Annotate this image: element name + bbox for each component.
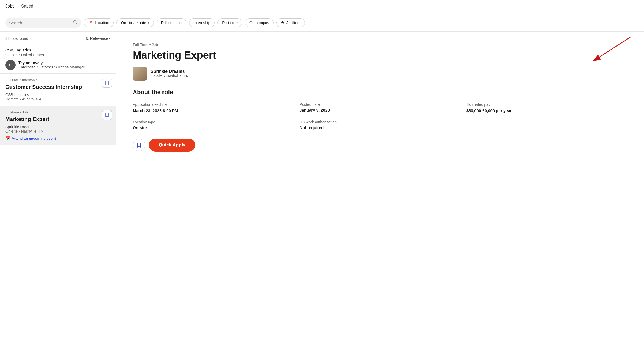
job-company-2: Sprinkle Dreams (5, 125, 111, 129)
about-role-heading: About the role (133, 89, 628, 96)
search-box (5, 18, 81, 28)
detail-field-1: Posted date January 9, 2023 (300, 102, 461, 113)
detail-field-empty (466, 120, 628, 130)
bookmark-button-1[interactable] (102, 78, 112, 88)
job-company-1: CSB Logistics (5, 93, 111, 97)
sort-icon: ⇅ (86, 36, 89, 41)
attend-event-link[interactable]: 📅 Attend an upcoming event (5, 136, 111, 140)
company-logo-image (133, 67, 147, 81)
top-nav: Jobs Saved (0, 0, 644, 14)
job-card-1[interactable]: Full-time • Internship Customer Success … (0, 74, 116, 106)
tab-saved[interactable]: Saved (21, 4, 33, 10)
job-type-1: Full-time • Internship (5, 78, 111, 82)
profile-company-location: On-site • United States (5, 53, 111, 57)
role-details-grid: Application deadline March 23, 2023 8:00… (133, 102, 628, 130)
filter-fulltime[interactable]: Full-time job (157, 18, 186, 27)
field-label-3: Location type (133, 120, 294, 124)
detail-job-title: Marketing Expert (133, 50, 628, 61)
sort-chevron-icon: ▾ (109, 37, 111, 40)
quick-apply-button[interactable]: Quick Apply (149, 139, 195, 152)
search-input[interactable] (9, 21, 71, 25)
profile-company: CSB Logistics (5, 48, 111, 52)
filter-parttime[interactable]: Part-time (217, 18, 242, 27)
filters-icon: ⚙ (281, 21, 284, 25)
field-value-4: Not required (300, 125, 461, 130)
detail-field-0: Application deadline March 23, 2023 8:00… (133, 102, 294, 113)
job-card-2[interactable]: Full-time • Job Marketing Expert Sprinkl… (0, 106, 116, 145)
field-label-4: US work authorization (300, 120, 461, 124)
location-label: Location (95, 21, 109, 25)
field-label-2: Estimated pay (466, 102, 628, 107)
jobs-count: 33 jobs found (5, 36, 28, 41)
filter-oncampus[interactable]: On-campus (245, 18, 274, 27)
detail-field-4: US work authorization Not required (300, 120, 461, 130)
profile-section: CSB Logistics On-site • United States TL… (0, 45, 116, 74)
company-location: On-site • Nashville, TN (151, 74, 189, 78)
job-title-1: Customer Success Internship (5, 84, 111, 90)
profile-name: Taylor Lovely (18, 61, 84, 65)
filter-location[interactable]: 📍 Location (84, 18, 114, 27)
profile-title: Enterprise Customer Success Manager (18, 65, 84, 69)
bookmark-button-2[interactable] (102, 110, 112, 120)
attend-event-label: Attend an upcoming event (12, 136, 56, 140)
all-filters-button[interactable]: ⚙ All filters (276, 18, 305, 27)
company-info-row: Sprinkle Dreams On-site • Nashville, TN (133, 67, 628, 81)
job-type-2: Full-time • Job (5, 110, 111, 114)
field-value-2: $50,000-60,000 per year (466, 108, 628, 113)
sort-label: Relevance (90, 36, 108, 41)
detail-bookmark-button[interactable] (133, 139, 145, 151)
company-name: Sprinkle Dreams (151, 69, 189, 74)
tab-jobs[interactable]: Jobs (5, 4, 15, 10)
onsite-label: On-site/remote (121, 21, 146, 25)
company-details: Sprinkle Dreams On-site • Nashville, TN (151, 69, 189, 78)
calendar-icon: 📅 (5, 136, 10, 140)
job-location-2: On-site • Nashville, TN (5, 129, 111, 133)
job-title-2: Marketing Expert (5, 116, 111, 123)
field-value-1: January 9, 2023 (300, 108, 461, 112)
avatar: TL (5, 60, 16, 70)
filter-bar: 📍 Location On-site/remote ▾ Full-time jo… (0, 14, 644, 32)
pin-icon: 📍 (89, 21, 93, 25)
field-value-0: March 23, 2023 8:00 PM (133, 108, 294, 113)
filter-onsite-remote[interactable]: On-site/remote ▾ (116, 18, 154, 27)
detail-field-3: Location type On-site (133, 120, 294, 130)
main-layout: 33 jobs found ⇅ Relevance ▾ CSB Logistic… (0, 32, 644, 347)
profile-row: TL Taylor Lovely Enterprise Customer Suc… (5, 60, 111, 70)
detail-field-2: Estimated pay $50,000-60,000 per year (466, 102, 628, 113)
jobs-count-bar: 33 jobs found ⇅ Relevance ▾ (0, 36, 116, 45)
detail-meta-tag: Full-Time • Job (133, 42, 628, 47)
profile-info: Taylor Lovely Enterprise Customer Succes… (18, 61, 84, 69)
filter-internship[interactable]: Internship (189, 18, 215, 27)
field-value-3: On-site (133, 125, 294, 130)
sort-button[interactable]: ⇅ Relevance ▾ (86, 36, 111, 41)
field-label-0: Application deadline (133, 102, 294, 107)
chevron-down-icon: ▾ (148, 21, 149, 25)
sidebar: 33 jobs found ⇅ Relevance ▾ CSB Logistic… (0, 32, 116, 347)
action-row: Quick Apply (133, 139, 628, 152)
detail-panel: Full-Time • Job Marketing Expert Sprinkl… (116, 32, 644, 347)
all-filters-label: All filters (286, 21, 300, 25)
company-logo (133, 67, 147, 81)
job-location-1: Remote • Atlanta, GA (5, 97, 111, 101)
search-button[interactable] (73, 20, 77, 25)
field-label-1: Posted date (300, 102, 461, 107)
